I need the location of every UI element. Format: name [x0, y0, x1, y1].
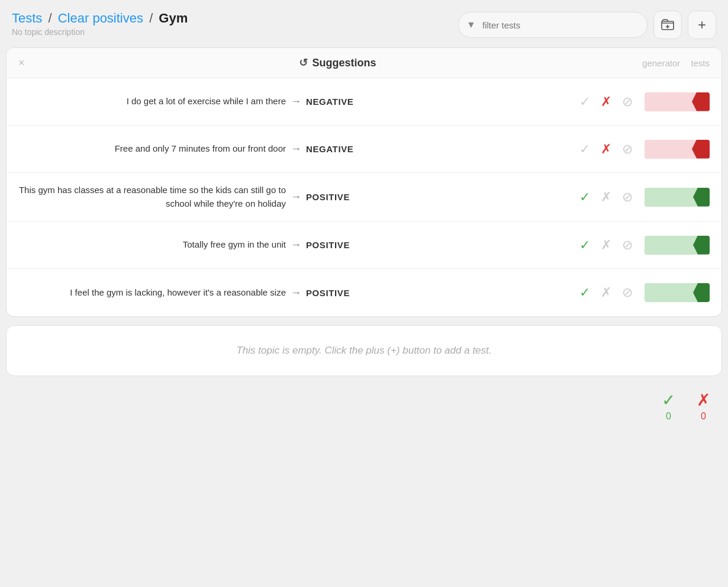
footer-check-count: 0: [666, 411, 671, 422]
bar-fill: [693, 188, 710, 207]
check-button[interactable]: ✓: [579, 94, 590, 110]
table-row: I do get a lot of exercise while I am th…: [7, 78, 721, 126]
sentiment-bar-area: [633, 236, 710, 255]
test-label-area: → POSITIVE: [291, 287, 385, 299]
table-row: This gym has classes at a reasonable tim…: [7, 173, 721, 222]
test-rows: I do get a lot of exercise while I am th…: [7, 78, 721, 316]
x-button[interactable]: ✗: [601, 142, 611, 157]
test-label: POSITIVE: [306, 288, 350, 298]
action-icons: ✓ ✗ ⊘: [562, 238, 633, 253]
table-row: I feel the gym is lacking, however it's …: [7, 269, 721, 316]
x-button[interactable]: ✗: [601, 285, 611, 300]
test-text: Free and only 7 minutes from our front d…: [18, 142, 291, 156]
ban-button[interactable]: ⊘: [622, 142, 633, 157]
breadcrumb-link-clear-positives[interactable]: Clear positives: [58, 11, 143, 25]
footer-x-icon: ✗: [697, 390, 710, 410]
test-text: This gym has classes at a reasonable tim…: [18, 184, 291, 210]
test-label: NEGATIVE: [306, 97, 353, 107]
action-icons: ✓ ✗ ⊘: [562, 142, 633, 157]
test-label: NEGATIVE: [306, 144, 353, 154]
arrow-icon: →: [291, 191, 301, 203]
table-row: Totally free gym in the unit → POSITIVE …: [7, 222, 721, 269]
sentiment-bar-area: [633, 92, 710, 111]
breadcrumb-sep1: /: [48, 11, 55, 25]
filter-wrap: ▼: [458, 12, 648, 38]
sentiment-bar: [645, 283, 710, 302]
ban-button[interactable]: ⊘: [622, 94, 633, 110]
test-text: Totally free gym in the unit: [18, 238, 291, 252]
test-text: I feel the gym is lacking, however it's …: [18, 286, 291, 300]
table-row: Free and only 7 minutes from our front d…: [7, 126, 721, 173]
test-label-area: → NEGATIVE: [291, 143, 385, 155]
suggestions-title: ↺ Suggestions: [33, 56, 642, 69]
arrow-icon: →: [291, 95, 301, 108]
close-button[interactable]: ×: [18, 57, 33, 69]
ban-button[interactable]: ⊘: [622, 238, 633, 253]
add-button[interactable]: +: [688, 11, 716, 39]
breadcrumb-area: Tests / Clear positives / Gym No topic d…: [12, 11, 188, 37]
action-icons: ✓ ✗ ⊘: [562, 190, 633, 205]
check-button[interactable]: ✓: [579, 285, 590, 300]
footer-row: ✓ 0 ✗ 0: [6, 384, 722, 428]
filter-icon: ▼: [466, 20, 476, 30]
breadcrumb: Tests / Clear positives / Gym: [12, 11, 188, 26]
header-tabs: generator tests: [642, 58, 710, 68]
ban-button[interactable]: ⊘: [622, 190, 633, 205]
tab-tests[interactable]: tests: [691, 58, 710, 68]
sentiment-bar: [645, 236, 710, 255]
empty-topic-card: This topic is empty. Click the plus (+) …: [6, 325, 722, 376]
test-label: POSITIVE: [306, 192, 350, 202]
empty-topic-text: This topic is empty. Click the plus (+) …: [236, 345, 491, 356]
sentiment-bar: [645, 140, 710, 159]
add-folder-button[interactable]: [653, 11, 682, 39]
action-icons: ✓ ✗ ⊘: [562, 94, 633, 110]
test-text: I do get a lot of exercise while I am th…: [18, 95, 291, 108]
sentiment-bar: [645, 188, 710, 207]
x-button[interactable]: ✗: [601, 238, 611, 253]
arrow-icon: →: [291, 143, 301, 155]
sentiment-bar-area: [633, 140, 710, 159]
breadcrumb-link-tests[interactable]: Tests: [12, 11, 42, 25]
sentiment-bar: [645, 92, 710, 111]
bar-fill: [693, 236, 710, 255]
test-label-area: → POSITIVE: [291, 239, 385, 251]
footer-check-stat: ✓ 0: [662, 390, 675, 422]
footer-x-count: 0: [701, 411, 706, 422]
sentiment-bar-area: [633, 188, 710, 207]
filter-input[interactable]: [458, 12, 648, 38]
check-button[interactable]: ✓: [579, 142, 590, 157]
tab-generator[interactable]: generator: [642, 58, 680, 68]
breadcrumb-current: Gym: [159, 11, 188, 25]
arrow-icon: →: [291, 287, 301, 299]
header: Tests / Clear positives / Gym No topic d…: [6, 6, 722, 47]
test-label-area: → POSITIVE: [291, 191, 385, 203]
check-button[interactable]: ✓: [579, 190, 590, 205]
footer-check-icon: ✓: [662, 390, 675, 410]
test-label: POSITIVE: [306, 240, 350, 250]
plus-icon: +: [698, 17, 706, 33]
card-header: × ↺ Suggestions generator tests: [7, 48, 721, 78]
ban-button[interactable]: ⊘: [622, 285, 633, 300]
footer-x-stat: ✗ 0: [697, 390, 710, 422]
action-icons: ✓ ✗ ⊘: [562, 285, 633, 300]
bar-fill: [692, 92, 710, 111]
header-right: ▼ +: [458, 11, 716, 39]
suggestions-card: × ↺ Suggestions generator tests I do get…: [6, 47, 722, 317]
sentiment-bar-area: [633, 283, 710, 302]
bar-fill: [693, 283, 710, 302]
check-button[interactable]: ✓: [579, 238, 590, 253]
topic-description: No topic description: [12, 27, 188, 37]
suggestions-label: Suggestions: [313, 57, 376, 69]
refresh-icon[interactable]: ↺: [299, 56, 308, 69]
breadcrumb-sep2: /: [149, 11, 156, 25]
arrow-icon: →: [291, 239, 301, 251]
bar-fill: [692, 140, 710, 159]
test-label-area: → NEGATIVE: [291, 95, 385, 108]
x-button[interactable]: ✗: [601, 190, 611, 205]
x-button[interactable]: ✗: [601, 94, 611, 110]
